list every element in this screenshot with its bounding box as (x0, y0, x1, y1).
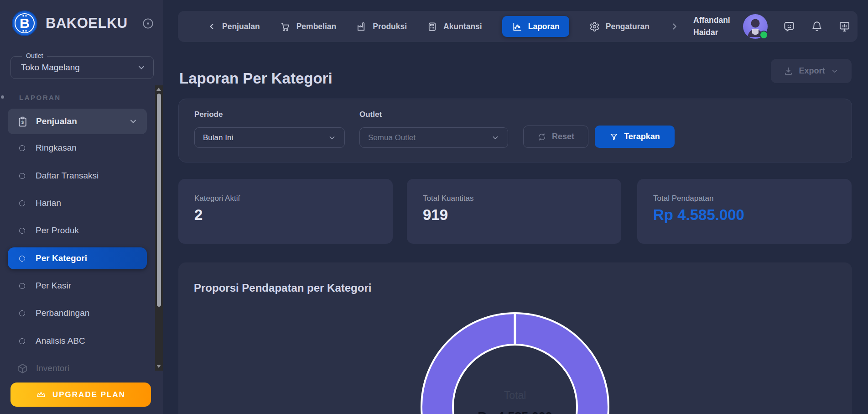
donut-center-value: Rp 4.585.000 (478, 410, 552, 414)
outlet-selector-value: Toko Magelang (21, 63, 80, 73)
sidebar-item-perbandingan[interactable]: Perbandingan (8, 303, 147, 323)
outlet-filter-label: Outlet (359, 110, 382, 119)
stat-value: 2 (194, 206, 203, 224)
export-button[interactable]: Export (771, 59, 852, 83)
filter-panel: Periode Bulan Ini Outlet Semua Outlet Re… (178, 99, 852, 162)
sidebar-item-per-kategori[interactable]: Per Kategori (8, 247, 147, 269)
stat-card-total-kuantitas: Total Kuantitas 919 (407, 179, 621, 244)
nav-item-produksi[interactable]: Produksi (356, 21, 407, 32)
reset-button[interactable]: Reset (523, 126, 588, 148)
donut-chart: Total Rp 4.585.000 (415, 309, 615, 414)
sidebar-item-harian[interactable]: Harian (8, 193, 147, 213)
nav-item-penjualan[interactable]: Penjualan (207, 22, 260, 31)
svg-text:$: $ (21, 120, 24, 125)
bell-icon[interactable] (811, 21, 823, 32)
sidebar: B BAKOELKU Outlet Toko Magelang LAPORAN … (0, 0, 163, 414)
stat-card-kategori-aktif: Kategori Aktif 2 (178, 179, 393, 244)
chevron-left-icon (207, 22, 216, 31)
top-nav: Penjualan Pembelian Produksi Akuntansi L… (178, 11, 858, 42)
chevron-down-icon (491, 134, 499, 142)
package-icon (17, 363, 28, 374)
gear-icon (589, 21, 600, 32)
svg-text:B: B (20, 16, 30, 31)
user-avatar[interactable] (743, 14, 768, 39)
shopping-cart-icon (280, 21, 291, 32)
nav-item-laporan[interactable]: Laporan (502, 16, 569, 37)
outlet-selector[interactable]: Outlet Toko Magelang (10, 56, 154, 79)
chevron-down-icon (328, 134, 336, 142)
sidebar-item-ringkasan[interactable]: Ringkasan (8, 138, 147, 158)
radio-circle-icon (19, 145, 25, 151)
sidebar-section-laporan: LAPORAN (19, 94, 61, 101)
radio-circle-icon (19, 310, 25, 316)
refresh-icon (537, 132, 546, 141)
brand-header: B BAKOELKU (12, 10, 154, 37)
upgrade-plan-button[interactable]: UPGRADE PLAN (10, 383, 151, 407)
download-icon (784, 66, 793, 76)
crown-icon (36, 390, 46, 400)
chevron-down-icon (137, 63, 146, 72)
periode-select[interactable]: Bulan Ini (194, 127, 345, 148)
sidebar-item-analisis-abc[interactable]: Analisis ABC (8, 331, 147, 351)
terapkan-button[interactable]: Terapkan (595, 126, 675, 148)
online-status-dot (759, 31, 768, 39)
stat-value-revenue: Rp 4.585.000 (653, 206, 744, 224)
page-title: Laporan Per Kategori (179, 70, 333, 87)
sidebar-item-per-kasir[interactable]: Per Kasir (8, 276, 147, 296)
nav-item-pengaturan[interactable]: Pengaturan (589, 21, 650, 32)
chevron-down-icon (129, 117, 138, 126)
receipt-dollar-icon: $ (17, 116, 28, 127)
outlet-select[interactable]: Semua Outlet (359, 127, 508, 148)
chart-card: Proporsi Pendapatan per Kategori Total R… (178, 262, 852, 414)
scrollbar-up-arrow-icon[interactable] (156, 88, 161, 91)
user-name[interactable]: Affandani Haidar (693, 14, 730, 39)
chart-title: Proporsi Pendapatan per Kategori (194, 282, 371, 294)
nav-item-akuntansi[interactable]: Akuntansi (427, 21, 482, 32)
scrollbar-down-arrow-icon[interactable] (156, 365, 161, 368)
outlet-selector-label: Outlet (22, 52, 47, 59)
sidebar-scrollbar[interactable] (155, 85, 163, 371)
scrollbar-thumb[interactable] (157, 94, 161, 307)
radio-circle-icon (19, 173, 25, 179)
periode-label: Periode (194, 110, 223, 119)
sidebar-collapse-icon[interactable] (142, 17, 154, 30)
radio-circle-icon (19, 256, 25, 262)
sidebar-item-daftar-transaksi[interactable]: Daftar Transaksi (8, 166, 147, 186)
donut-center-label: Total (504, 389, 526, 401)
chart-icon (512, 21, 522, 32)
section-marker-dot (1, 95, 4, 99)
stat-value: 919 (423, 206, 448, 224)
radio-circle-icon (19, 228, 25, 234)
sidebar-item-per-produk[interactable]: Per Produk (8, 220, 147, 241)
monitor-stats-icon[interactable] (838, 21, 851, 33)
radio-circle-icon (19, 200, 25, 206)
chat-smile-icon[interactable] (783, 21, 795, 33)
radio-circle-icon (19, 338, 25, 344)
stat-card-total-pendapatan: Total Pendapatan Rp 4.585.000 (637, 179, 852, 244)
sidebar-item-inventori[interactable]: Inventori (8, 358, 147, 378)
app-logo-icon: B (12, 10, 37, 36)
sidebar-item-penjualan[interactable]: $ Penjualan (8, 109, 147, 134)
calculator-icon (427, 21, 437, 32)
sidebar-item-label: Penjualan (36, 116, 77, 126)
app-name: BAKOELKU (46, 15, 128, 31)
funnel-icon (609, 132, 619, 141)
nav-scroll-right-icon[interactable] (670, 21, 680, 31)
nav-item-pembelian[interactable]: Pembelian (280, 21, 337, 32)
chevron-down-icon (831, 67, 839, 75)
radio-circle-icon (19, 283, 25, 289)
factory-icon (356, 21, 367, 32)
